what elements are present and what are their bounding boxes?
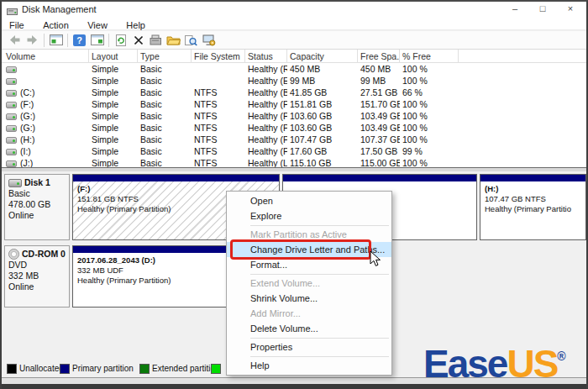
volume-icon <box>6 149 17 155</box>
title-bar: Disk Management – □ × <box>2 2 586 17</box>
legend-label-unallocated: Unallocated <box>19 364 64 374</box>
menu-item-extend-volume: Extend Volume... <box>227 276 391 291</box>
toolbar: ? <box>2 31 586 50</box>
delete-icon[interactable] <box>129 33 147 48</box>
col-layout[interactable]: Layout <box>89 50 138 63</box>
table-row[interactable]: SimpleBasic Healthy (R... 450 MB450 MB 1… <box>2 63 586 75</box>
volume-icon <box>6 66 17 73</box>
show-console-tree-icon[interactable] <box>47 33 65 48</box>
menu-help[interactable]: Help <box>118 19 153 31</box>
volume-icon <box>6 137 17 144</box>
cdrom0-label[interactable]: CD-ROM 0 DVD 332 MB Online <box>4 245 70 308</box>
volume-icon <box>6 113 17 120</box>
legend-swatch-unallocated <box>7 364 17 374</box>
col-type[interactable]: Type <box>138 50 192 63</box>
properties-icon[interactable] <box>147 33 165 48</box>
manage-computer-icon[interactable] <box>200 33 218 48</box>
volume-list-header: Volume Layout Type File System Status Ca… <box>2 50 586 63</box>
partition-header-bar <box>73 175 279 181</box>
easeus-watermark: EaseUS® <box>423 337 566 383</box>
toolbar-separator <box>44 34 45 47</box>
legend-label-primary: Primary partition <box>72 364 134 374</box>
table-row[interactable]: (C:) SimpleBasic NTFSHealthy (B... 41.85… <box>2 87 586 98</box>
svg-text:?: ? <box>76 35 82 45</box>
menu-item-mark-partition-active: Mark Partition as Active <box>227 227 391 242</box>
open-folder-icon[interactable] <box>165 33 182 48</box>
menu-item-add-mirror: Add Mirror... <box>227 306 391 321</box>
volume-icon <box>6 160 17 167</box>
refresh-icon[interactable] <box>112 33 129 48</box>
cd-icon <box>8 249 19 260</box>
back-icon[interactable] <box>6 33 24 48</box>
menu-item-help[interactable]: Help <box>227 358 391 373</box>
disk-management-window: Disk Management – □ × File Action View H… <box>0 0 588 389</box>
disk1-label[interactable]: Disk 1 Basic 478.00 GB Online <box>4 174 70 240</box>
menu-view[interactable]: View <box>80 19 115 31</box>
partition-h[interactable]: (H:) 107.47 GB NTFS Healthy (Primary Par… <box>480 174 586 240</box>
search-icon[interactable] <box>182 33 200 48</box>
table-row[interactable]: SimpleBasic Healthy (E... 99 MB99 MB 100… <box>2 75 586 87</box>
minimize-button[interactable]: – <box>502 3 528 16</box>
partition-header-bar <box>283 175 476 181</box>
toolbar-separator <box>67 34 68 47</box>
help-icon[interactable]: ? <box>71 33 88 48</box>
menu-action[interactable]: Action <box>35 19 76 31</box>
col-capacity[interactable]: Capacity <box>287 50 358 63</box>
menu-item-properties[interactable]: Properties <box>227 339 391 355</box>
legend-swatch-free-space <box>211 364 221 374</box>
legend-label-extended: Extended partition <box>152 364 220 374</box>
legend-swatch-extended <box>139 364 150 374</box>
col-pct-free[interactable]: % Free <box>400 50 459 63</box>
partition-header-bar <box>480 175 585 181</box>
volume-icon <box>6 78 17 85</box>
volume-list: Volume Layout Type File System Status Ca… <box>2 50 586 167</box>
table-row[interactable]: (F:) SimpleBasic NTFSHealthy (P... 151.8… <box>2 98 586 110</box>
table-row[interactable]: (G:) SimpleBasic NTFSHealthy (P... 103.6… <box>2 110 586 122</box>
col-free-space[interactable]: Free Spa... <box>358 50 400 63</box>
menu-bar: File Action View Help <box>2 17 586 30</box>
watermark-ease: Ease <box>423 342 507 386</box>
close-button[interactable]: × <box>558 3 583 16</box>
legend-swatch-primary <box>60 364 70 374</box>
menu-item-format[interactable]: Format... <box>227 257 391 272</box>
watermark-us: US <box>507 342 557 386</box>
col-file-system[interactable]: File System <box>192 50 245 63</box>
disk-icon <box>8 179 22 187</box>
volume-icon <box>6 90 17 97</box>
watermark-registered: ® <box>557 350 565 363</box>
table-row[interactable]: (J:) SimpleBasic NTFSHealthy (L... 115.1… <box>2 157 586 167</box>
volume-icon <box>6 125 17 132</box>
menu-item-shrink-volume[interactable]: Shrink Volume... <box>227 291 391 306</box>
col-volume[interactable]: Volume <box>3 50 89 63</box>
table-row[interactable]: (I:) SimpleBasic NTFSHealthy (P... 17.60… <box>2 145 586 157</box>
menu-file[interactable]: File <box>2 19 32 31</box>
mouse-cursor <box>370 250 381 271</box>
maximize-button[interactable]: □ <box>530 3 555 16</box>
menu-item-change-drive-letter[interactable]: Change Drive Letter and Paths... <box>227 242 391 257</box>
table-row[interactable]: (G:) SimpleBasic NTFSHealthy (P... 103.6… <box>2 122 586 134</box>
menu-item-delete-volume[interactable]: Delete Volume... <box>227 321 391 336</box>
menu-item-open[interactable]: Open <box>227 193 391 208</box>
table-row[interactable]: (H:) SimpleBasic NTFSHealthy (P... 107.4… <box>2 134 586 145</box>
window-title: Disk Management <box>22 4 97 14</box>
context-menu: Open Explore Mark Partition as Active Ch… <box>226 191 392 376</box>
menu-item-explore[interactable]: Explore <box>227 208 391 223</box>
show-window-icon[interactable] <box>88 33 106 48</box>
forward-icon[interactable] <box>24 33 41 48</box>
col-status[interactable]: Status <box>245 50 287 63</box>
volume-icon <box>6 102 17 108</box>
toolbar-separator <box>108 34 109 47</box>
